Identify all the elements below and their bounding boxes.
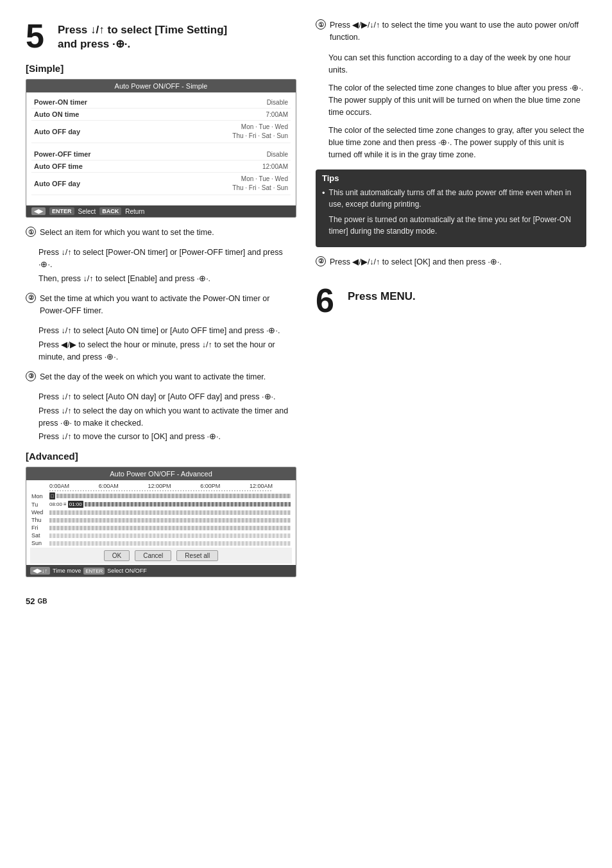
arrows-icon: ◀▶ — [31, 207, 46, 215]
instruction-3-sub: Press ↓/↑ to select [Auto ON day] or [Au… — [26, 391, 296, 443]
simple-screen: Auto Power ON/OFF - Simple Power-ON time… — [26, 79, 296, 218]
auto-off-time-value: 12:00AM — [262, 163, 288, 170]
advanced-screen-title: Auto Power ON/OFF - Advanced — [26, 467, 296, 480]
day-row-tu: Tu 08:00 ≡ 01:00 — [31, 501, 291, 508]
time-12am: 12:00AM — [250, 483, 273, 489]
step5-header: 5 Press ↓/↑ to select [Time Setting]and … — [26, 19, 296, 53]
auto-off-day-1-value: Mon · Tue · WedThu · Fri · Sat · Sun — [232, 123, 288, 141]
day-row-sun: Sun — [31, 540, 291, 546]
screen-row-auto-off-day-2: Auto OFF day Mon · Tue · WedThu · Fri · … — [31, 173, 291, 195]
screen-row-power-off-timer: Power-OFF timer Disable — [31, 148, 291, 161]
page-number: 52 GB — [26, 596, 296, 606]
advanced-buttons: OK Cancel Reset all — [30, 548, 292, 564]
day-row-thu: Thu — [31, 517, 291, 523]
step6-block: 6 Press MENU. — [316, 284, 586, 317]
day-row-wed: Wed — [31, 509, 291, 516]
auto-off-day-2-value: Mon · Tue · WedThu · Fri · Sat · Sun — [232, 175, 288, 193]
mon-label: Mon — [31, 493, 47, 499]
thu-label: Thu — [31, 517, 47, 523]
screen-row-auto-off-time: Auto OFF time 12:00AM — [31, 161, 291, 173]
tips-bullet-1: • This unit automatically turns off at t… — [322, 187, 580, 241]
back-icon: BACK — [99, 207, 121, 215]
instruction-2-sub-1: Press ↓/↑ to select [Auto ON time] or [A… — [38, 325, 296, 337]
simple-screen-footer: ◀▶ ENTER Select BACK Return — [26, 205, 296, 217]
right-instruction-1-text: Press ◀/▶/↓/↑ to select the time you wan… — [330, 19, 586, 44]
advanced-screen: Auto Power ON/OFF - Advanced 0:00AM 6:00… — [26, 467, 296, 577]
sat-label: Sat — [31, 532, 47, 539]
time-0am: 0:00AM — [49, 483, 69, 489]
right-instruction-1-main: ① Press ◀/▶/↓/↑ to select the time you w… — [316, 19, 586, 49]
simple-screen-title: Auto Power ON/OFF - Simple — [26, 80, 296, 92]
day-rows: Mon □ Tu 08:00 ≡ 01:00 — [30, 492, 292, 546]
day-row-fri: Fri — [31, 525, 291, 531]
cancel-button[interactable]: Cancel — [135, 550, 171, 561]
time-move-label: Time move — [53, 568, 81, 574]
step6-text: Press MENU. — [348, 284, 416, 303]
ok-button[interactable]: OK — [104, 550, 130, 561]
screen-row-auto-off-day-1: Auto OFF day Mon · Tue · WedThu · Fri · … — [31, 121, 291, 143]
right-instruction-2-text: Press ◀/▶/↓/↑ to select [OK] and then pr… — [330, 256, 502, 268]
tips-text-2: The power is turned on automatically at … — [329, 214, 580, 237]
instruction-1-sub-1: Press ↓/↑ to select [Power-ON timer] or … — [38, 247, 296, 271]
instruction-1: ① Select an item for which you want to s… — [26, 227, 296, 285]
tips-content: This unit automatically turns off at the… — [329, 187, 580, 241]
step6-number: 6 — [316, 284, 341, 317]
page-num-text: 52 — [26, 596, 35, 606]
gb-badge: GB — [37, 598, 47, 605]
right-circled-1: ① — [316, 19, 326, 30]
instruction-1-text: Select an item for which you want to set… — [40, 227, 214, 239]
advanced-label: [Advanced] — [26, 451, 296, 462]
auto-off-day-1-label: Auto OFF day — [34, 128, 80, 135]
step5-number: 5 — [26, 19, 51, 53]
return-label: Return — [125, 208, 144, 215]
right-para-2: The color of the selected time zone chan… — [328, 82, 586, 119]
power-on-timer-value: Disable — [267, 99, 288, 106]
advanced-timeline: 0:00AM 6:00AM 12:00PM 6:00PM 12:00AM Mon… — [26, 480, 296, 565]
circled-1: ① — [26, 227, 36, 237]
adv-arrows-icon: ◀▶↓↑ — [30, 567, 50, 575]
instruction-3-text: Set the day of the week on which you wan… — [40, 371, 266, 383]
select-onoff-label: Select ON/OFF — [107, 568, 147, 574]
simple-label: [Simple] — [26, 63, 296, 74]
right-instruction-2: ② Press ◀/▶/↓/↑ to select [OK] and then … — [316, 256, 586, 273]
right-column: ① Press ◀/▶/↓/↑ to select the time you w… — [316, 19, 586, 606]
enter-icon: ENTER — [49, 207, 74, 215]
auto-on-time-value: 7:00AM — [266, 111, 288, 118]
tips-bullet-dot: • — [322, 188, 325, 241]
instruction-3-main: ③ Set the day of the week on which you w… — [26, 371, 296, 388]
select-label: Select — [78, 208, 96, 215]
tu-label: Tu — [31, 501, 47, 508]
fri-label: Fri — [31, 525, 47, 531]
auto-off-time-label: Auto OFF time — [34, 162, 83, 170]
adv-enter-icon: ENTER — [83, 568, 105, 575]
day-row-sat: Sat — [31, 532, 291, 539]
time-6am: 6:00AM — [99, 483, 119, 489]
instruction-2: ② Set the time at which you want to acti… — [26, 293, 296, 363]
power-off-timer-value: Disable — [267, 151, 288, 158]
screen-row-power-on-timer: Power-ON timer Disable — [31, 96, 291, 108]
instruction-1-sub: Press ↓/↑ to select [Power-ON timer] or … — [26, 247, 296, 284]
circled-2: ② — [26, 293, 36, 303]
instruction-2-sub: Press ↓/↑ to select [Auto ON time] or [A… — [26, 325, 296, 363]
right-instruction-2-main: ② Press ◀/▶/↓/↑ to select [OK] and then … — [316, 256, 586, 273]
instruction-3: ③ Set the day of the week on which you w… — [26, 371, 296, 443]
right-instruction-1-sub: You can set this function according to a… — [316, 52, 586, 162]
time-labels: 0:00AM 6:00AM 12:00PM 6:00PM 12:00AM — [30, 483, 292, 489]
instruction-3-sub-1: Press ↓/↑ to select [Auto ON day] or [Au… — [38, 391, 296, 403]
wed-label: Wed — [31, 509, 47, 516]
left-column: 5 Press ↓/↑ to select [Time Setting]and … — [26, 19, 296, 606]
instruction-3-sub-2: Press ↓/↑ to select the day on which you… — [38, 405, 296, 430]
auto-on-time-label: Auto ON time — [34, 110, 79, 118]
instruction-3-sub-3: Press ↓/↑ to move the cursor to [OK] and… — [38, 431, 296, 443]
right-para-1: You can set this function according to a… — [328, 52, 586, 77]
instruction-2-sub-2: Press ◀/▶ to select the hour or minute, … — [38, 339, 296, 363]
auto-off-day-2-label: Auto OFF day — [34, 180, 80, 187]
right-instruction-1: ① Press ◀/▶/↓/↑ to select the time you w… — [316, 19, 586, 162]
reset-all-button[interactable]: Reset all — [176, 550, 218, 561]
tips-text-1: This unit automatically turns off at the… — [329, 187, 580, 210]
circled-3: ③ — [26, 371, 36, 381]
time-6pm: 6:00PM — [200, 483, 220, 489]
instruction-1-main: ① Select an item for which you want to s… — [26, 227, 296, 244]
power-off-timer-label: Power-OFF timer — [34, 150, 91, 158]
right-para-3: The color of the selected time zone chan… — [328, 125, 586, 162]
